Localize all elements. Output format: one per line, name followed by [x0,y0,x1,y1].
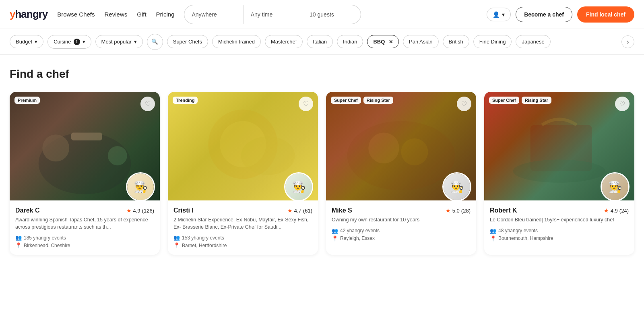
header: yhangry Browse Chefs Reviews Gift Pricin… [0,0,644,29]
chef-description-1: 2 Michelin Star Experience, Ex-Nobu, May… [173,217,312,231]
tag-italian[interactable]: Italian [307,35,333,48]
svg-point-1 [42,134,69,161]
time-input[interactable]: Any time [244,5,302,24]
review-count-0: (126) [142,208,154,214]
chef-card-1[interactable]: Trending ♡ 👨‍🍳 Cristi I ★ 4.7 (61) [168,92,318,255]
find-chef-button[interactable]: Find local chef [577,6,634,23]
chef-name-1: Cristi I [173,207,194,214]
events-text-0: 185 yhangry events [24,235,66,241]
chef-location-2: 📍 Rayleigh, Essex [332,235,471,242]
avatar-image-2: 👨‍🍳 [444,173,470,200]
tag-japanese[interactable]: Japanese [516,35,550,48]
heart-icon-0: ♡ [145,100,151,108]
location-icon-3: 📍 [490,235,496,242]
badge-row-3: Super Chef Rising Star [489,97,551,104]
favorite-button-0[interactable]: ♡ [140,97,155,111]
card-body-3: Robert K ★ 4.9 (24) Le Cordon Bleu train… [484,200,634,248]
location-input[interactable]: Anywhere [184,5,243,24]
favorite-button-2[interactable]: ♡ [457,97,471,111]
rising-star-badge-2: Rising Star [363,97,393,104]
chef-events-1: 👥 153 yhangry events [173,235,312,241]
svg-point-6 [241,136,295,175]
review-count-3: (24) [619,208,629,214]
chef-rating-3: ★ 4.9 (24) [604,207,629,214]
chevron-down-icon: ▾ [83,39,85,45]
events-icon-3: 👥 [490,228,496,234]
chevron-down-icon: ▾ [134,39,137,45]
guests-input[interactable]: 10 guests [302,5,361,24]
super-chef-badge-3: Super Chef [489,97,519,104]
tag-pan-asian[interactable]: Pan Asian [403,35,439,48]
chef-card-0[interactable]: Premium ♡ 👨‍🍳 Darek C ★ 4.9 (126) [10,92,160,255]
nav-pricing[interactable]: Pricing [156,11,175,18]
chevron-down-icon: ▾ [502,11,505,18]
events-text-1: 153 yhangry events [182,235,224,241]
chef-name-row-0: Darek C ★ 4.9 (126) [15,207,154,214]
tag-michelin-trained[interactable]: Michelin trained [212,35,261,48]
user-icon: 👤 [493,11,500,18]
logo[interactable]: yhangry [10,8,47,21]
most-popular-label: Most popular [101,39,132,45]
svg-point-3 [108,146,127,165]
events-icon-2: 👥 [332,228,338,234]
nav-browse-chefs[interactable]: Browse Chefs [57,11,95,18]
tag-super-chefs[interactable]: Super Chefs [167,35,208,48]
nav-gift[interactable]: Gift [137,11,146,18]
tag-bbq[interactable]: BBQ ✕ [367,35,399,48]
chef-name-row-1: Cristi I ★ 4.7 (61) [173,207,312,214]
search-bar: Anywhere Any time 10 guests [184,5,361,24]
chef-name-3: Robert K [490,207,517,214]
most-popular-filter[interactable]: Most popular ▾ [95,35,143,48]
review-count-1: (61) [303,208,312,214]
star-icon-2: ★ [446,207,451,214]
favorite-button-1[interactable]: ♡ [299,97,313,111]
header-actions: 👤 ▾ Become a chef Find local chef [487,6,634,23]
search-button[interactable]: 🔍 [147,34,163,50]
avatar-image-3: 👨‍🍳 [602,173,628,200]
tag-masterchef[interactable]: Masterchef [265,35,303,48]
rating-value-1: 4.7 [294,208,301,214]
chef-avatar-1: 👨‍🍳 [284,172,313,200]
card-image-wrap-0: Premium ♡ 👨‍🍳 [10,92,160,200]
badge-row-0: Premium [14,97,40,104]
chef-name-0: Darek C [15,207,39,214]
cuisine-badge: 1 [74,39,80,45]
tag-british[interactable]: British [443,35,469,48]
trending-badge: Trending [173,97,198,104]
tag-fine-dining[interactable]: Fine Dining [473,35,512,48]
tag-indian[interactable]: Indian [337,35,363,48]
chef-avatar-2: 👨‍🍳 [442,172,471,200]
close-icon[interactable]: ✕ [389,39,393,45]
location-text-3: Bournemouth, Hampshire [498,235,553,241]
filter-bar: Budget ▾ Cuisine 1 ▾ Most popular ▾ 🔍 Su… [0,29,644,55]
chef-events-3: 👥 48 yhangry events [490,228,629,234]
rising-star-badge-3: Rising Star [522,97,551,104]
chef-card-2[interactable]: Super Chef Rising Star ♡ 👨‍🍳 Mike S ★ 5.… [326,92,476,255]
chevron-down-icon: ▾ [35,39,37,45]
chef-location-3: 📍 Bournemouth, Hampshire [490,235,629,242]
cuisine-filter[interactable]: Cuisine 1 ▾ [47,35,91,49]
cuisine-label: Cuisine [54,39,71,45]
chef-name-2: Mike S [332,207,352,214]
favorite-button-3[interactable]: ♡ [615,97,630,111]
super-chef-badge-2: Super Chef [331,97,361,104]
budget-filter[interactable]: Budget ▾ [10,35,43,48]
card-body-2: Mike S ★ 5.0 (28) Owning my own restaura… [326,200,476,248]
card-image-wrap-1: Trending ♡ 👨‍🍳 [168,92,318,200]
become-chef-button[interactable]: Become a chef [516,7,572,22]
star-icon-3: ★ [604,207,609,214]
rating-value-3: 4.9 [611,208,618,214]
scroll-right-button[interactable]: › [621,35,634,48]
chef-name-row-3: Robert K ★ 4.9 (24) [490,207,629,214]
chef-rating-1: ★ 4.7 (61) [287,207,312,214]
location-icon-1: 📍 [173,242,180,248]
main-nav: Browse Chefs Reviews Gift Pricing [57,11,174,18]
chef-card-3[interactable]: Super Chef Rising Star ♡ 👨‍🍳 Robert K ★ … [484,92,634,255]
chef-description-0: Award winning Spanish Tapas Chef, 15 yea… [15,217,154,231]
nav-reviews[interactable]: Reviews [105,11,128,18]
location-text-0: Birkenhead, Cheshire [24,243,70,248]
main-content: Find a chef Premium ♡ [0,55,644,264]
events-text-2: 42 yhangry events [340,228,380,233]
card-image-wrap-2: Super Chef Rising Star ♡ 👨‍🍳 [326,92,476,200]
account-button[interactable]: 👤 ▾ [487,8,511,21]
